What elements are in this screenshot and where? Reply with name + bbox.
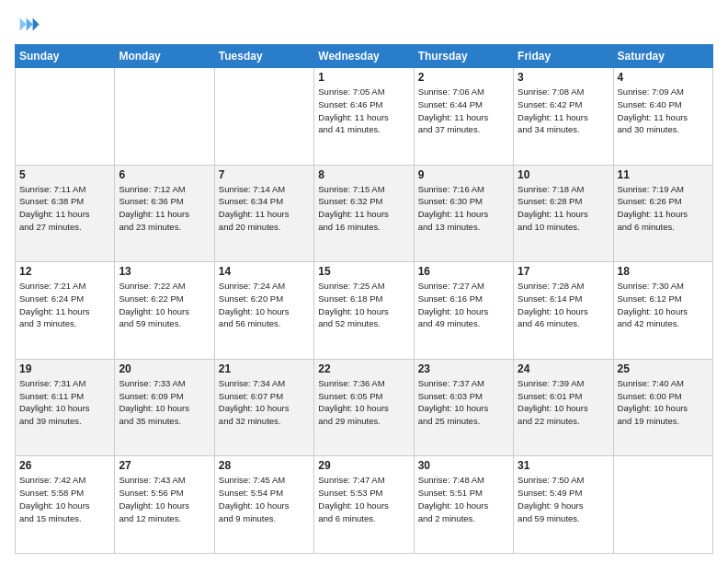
weekday-header: Sunday <box>16 45 115 68</box>
calendar-cell: 17Sunrise: 7:28 AM Sunset: 6:14 PM Dayli… <box>514 262 613 360</box>
day-number: 24 <box>518 362 609 375</box>
day-info: Sunrise: 7:06 AM Sunset: 6:44 PM Dayligh… <box>418 86 509 136</box>
svg-marker-0 <box>33 18 40 31</box>
svg-marker-1 <box>27 18 33 31</box>
calendar-cell: 10Sunrise: 7:18 AM Sunset: 6:28 PM Dayli… <box>514 165 613 262</box>
calendar-cell: 9Sunrise: 7:16 AM Sunset: 6:30 PM Daylig… <box>414 165 513 262</box>
day-info: Sunrise: 7:28 AM Sunset: 6:14 PM Dayligh… <box>518 280 609 330</box>
weekday-header: Wednesday <box>314 45 414 68</box>
day-info: Sunrise: 7:48 AM Sunset: 5:51 PM Dayligh… <box>418 474 509 524</box>
calendar-cell: 14Sunrise: 7:24 AM Sunset: 6:20 PM Dayli… <box>214 262 313 360</box>
calendar-cell <box>115 68 214 166</box>
calendar-cell: 25Sunrise: 7:40 AM Sunset: 6:00 PM Dayli… <box>613 359 712 456</box>
day-info: Sunrise: 7:08 AM Sunset: 6:42 PM Dayligh… <box>518 86 609 136</box>
calendar-cell: 21Sunrise: 7:34 AM Sunset: 6:07 PM Dayli… <box>214 359 313 456</box>
day-number: 18 <box>618 265 709 278</box>
calendar-cell: 7Sunrise: 7:14 AM Sunset: 6:34 PM Daylig… <box>214 165 313 262</box>
calendar-cell: 8Sunrise: 7:15 AM Sunset: 6:32 PM Daylig… <box>314 165 414 262</box>
calendar-cell: 28Sunrise: 7:45 AM Sunset: 5:54 PM Dayli… <box>214 456 313 554</box>
day-info: Sunrise: 7:43 AM Sunset: 5:56 PM Dayligh… <box>119 474 210 524</box>
day-number: 26 <box>19 459 110 472</box>
day-info: Sunrise: 7:27 AM Sunset: 6:16 PM Dayligh… <box>418 280 509 330</box>
day-number: 27 <box>119 459 210 472</box>
day-number: 8 <box>318 168 409 181</box>
day-info: Sunrise: 7:22 AM Sunset: 6:22 PM Dayligh… <box>119 280 210 330</box>
day-number: 4 <box>618 71 709 84</box>
calendar-cell: 13Sunrise: 7:22 AM Sunset: 6:22 PM Dayli… <box>115 262 214 360</box>
calendar-table: SundayMondayTuesdayWednesdayThursdayFrid… <box>15 44 713 554</box>
calendar-cell: 11Sunrise: 7:19 AM Sunset: 6:26 PM Dayli… <box>613 165 712 262</box>
day-info: Sunrise: 7:12 AM Sunset: 6:36 PM Dayligh… <box>119 183 210 234</box>
calendar-cell: 30Sunrise: 7:48 AM Sunset: 5:51 PM Dayli… <box>414 456 513 554</box>
day-info: Sunrise: 7:09 AM Sunset: 6:40 PM Dayligh… <box>618 86 709 136</box>
calendar-cell: 15Sunrise: 7:25 AM Sunset: 6:18 PM Dayli… <box>314 262 414 360</box>
day-number: 10 <box>518 168 609 181</box>
header <box>15 9 713 39</box>
day-info: Sunrise: 7:39 AM Sunset: 6:01 PM Dayligh… <box>518 377 609 428</box>
calendar-cell <box>214 68 313 166</box>
calendar-cell: 4Sunrise: 7:09 AM Sunset: 6:40 PM Daylig… <box>613 68 712 166</box>
calendar-cell: 24Sunrise: 7:39 AM Sunset: 6:01 PM Dayli… <box>514 359 613 456</box>
calendar-cell: 5Sunrise: 7:11 AM Sunset: 6:38 PM Daylig… <box>16 165 115 262</box>
day-number: 11 <box>618 168 709 181</box>
day-info: Sunrise: 7:42 AM Sunset: 5:58 PM Dayligh… <box>19 474 110 524</box>
calendar-cell <box>16 68 115 166</box>
day-number: 7 <box>219 168 310 181</box>
day-number: 9 <box>418 168 509 181</box>
day-info: Sunrise: 7:50 AM Sunset: 5:49 PM Dayligh… <box>518 474 609 524</box>
day-number: 14 <box>219 265 310 278</box>
day-info: Sunrise: 7:21 AM Sunset: 6:24 PM Dayligh… <box>19 280 110 330</box>
logo-icon <box>15 13 40 39</box>
weekday-header: Tuesday <box>214 45 313 68</box>
calendar-cell: 27Sunrise: 7:43 AM Sunset: 5:56 PM Dayli… <box>115 456 214 554</box>
calendar-cell: 23Sunrise: 7:37 AM Sunset: 6:03 PM Dayli… <box>414 359 513 456</box>
calendar-cell: 18Sunrise: 7:30 AM Sunset: 6:12 PM Dayli… <box>613 262 712 360</box>
calendar-cell: 2Sunrise: 7:06 AM Sunset: 6:44 PM Daylig… <box>414 68 513 166</box>
day-number: 20 <box>119 362 210 375</box>
day-info: Sunrise: 7:05 AM Sunset: 6:46 PM Dayligh… <box>318 86 409 136</box>
day-number: 28 <box>219 459 310 472</box>
day-number: 17 <box>518 265 609 278</box>
day-number: 15 <box>318 265 409 278</box>
day-info: Sunrise: 7:34 AM Sunset: 6:07 PM Dayligh… <box>219 377 310 428</box>
day-info: Sunrise: 7:33 AM Sunset: 6:09 PM Dayligh… <box>119 377 210 428</box>
day-number: 12 <box>19 265 110 278</box>
day-number: 1 <box>318 71 409 84</box>
calendar-cell: 16Sunrise: 7:27 AM Sunset: 6:16 PM Dayli… <box>414 262 513 360</box>
day-info: Sunrise: 7:18 AM Sunset: 6:28 PM Dayligh… <box>518 183 609 234</box>
day-number: 6 <box>119 168 210 181</box>
weekday-header: Saturday <box>613 45 712 68</box>
day-info: Sunrise: 7:31 AM Sunset: 6:11 PM Dayligh… <box>19 377 110 428</box>
calendar-cell: 31Sunrise: 7:50 AM Sunset: 5:49 PM Dayli… <box>514 456 613 554</box>
day-number: 30 <box>418 459 509 472</box>
calendar-cell: 19Sunrise: 7:31 AM Sunset: 6:11 PM Dayli… <box>16 359 115 456</box>
day-number: 29 <box>318 459 409 472</box>
calendar-cell: 22Sunrise: 7:36 AM Sunset: 6:05 PM Dayli… <box>314 359 414 456</box>
calendar-cell: 20Sunrise: 7:33 AM Sunset: 6:09 PM Dayli… <box>115 359 214 456</box>
day-number: 5 <box>19 168 110 181</box>
day-number: 25 <box>618 362 709 375</box>
day-info: Sunrise: 7:47 AM Sunset: 5:53 PM Dayligh… <box>318 474 409 524</box>
day-number: 13 <box>119 265 210 278</box>
logo <box>15 13 42 39</box>
day-info: Sunrise: 7:19 AM Sunset: 6:26 PM Dayligh… <box>618 183 709 234</box>
day-info: Sunrise: 7:11 AM Sunset: 6:38 PM Dayligh… <box>19 183 110 234</box>
day-info: Sunrise: 7:36 AM Sunset: 6:05 PM Dayligh… <box>318 377 409 428</box>
weekday-header: Thursday <box>414 45 513 68</box>
weekday-header: Monday <box>115 45 214 68</box>
day-info: Sunrise: 7:15 AM Sunset: 6:32 PM Dayligh… <box>318 183 409 234</box>
svg-marker-2 <box>20 18 27 31</box>
calendar-cell: 6Sunrise: 7:12 AM Sunset: 6:36 PM Daylig… <box>115 165 214 262</box>
calendar-cell: 26Sunrise: 7:42 AM Sunset: 5:58 PM Dayli… <box>16 456 115 554</box>
page: SundayMondayTuesdayWednesdayThursdayFrid… <box>0 0 728 563</box>
weekday-header: Friday <box>514 45 613 68</box>
day-info: Sunrise: 7:40 AM Sunset: 6:00 PM Dayligh… <box>618 377 709 428</box>
day-number: 23 <box>418 362 509 375</box>
calendar-cell <box>613 456 712 554</box>
day-info: Sunrise: 7:25 AM Sunset: 6:18 PM Dayligh… <box>318 280 409 330</box>
day-info: Sunrise: 7:45 AM Sunset: 5:54 PM Dayligh… <box>219 474 310 524</box>
day-number: 19 <box>19 362 110 375</box>
day-info: Sunrise: 7:24 AM Sunset: 6:20 PM Dayligh… <box>219 280 310 330</box>
day-number: 22 <box>318 362 409 375</box>
day-number: 2 <box>418 71 509 84</box>
